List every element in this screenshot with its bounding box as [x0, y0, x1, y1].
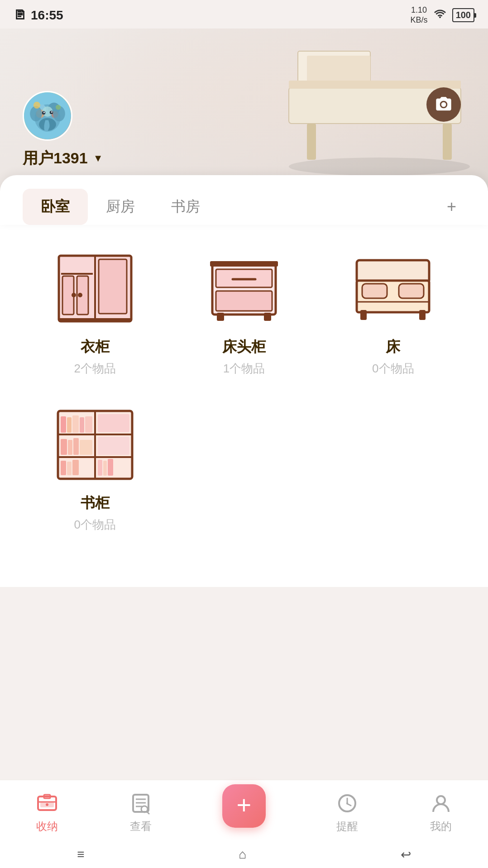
bed-count: 0个物品 — [372, 361, 414, 377]
svg-rect-63 — [72, 460, 79, 475]
nav-view-label: 查看 — [130, 819, 152, 834]
furniture-card-bed[interactable]: 床 0个物品 — [325, 248, 461, 377]
bed-icon — [348, 248, 438, 329]
svg-rect-53 — [80, 417, 84, 433]
svg-rect-60 — [98, 437, 129, 455]
nav-view-icon — [129, 791, 153, 816]
svg-point-82 — [437, 796, 445, 804]
nav-item-view[interactable]: 查看 — [129, 791, 153, 834]
status-icons: 1.10 KB/s 100 — [411, 5, 474, 25]
svg-rect-2 — [307, 56, 370, 83]
user-name-row[interactable]: 用户1391 ▼ — [23, 148, 103, 169]
content-area: 衣柜 2个物品 — [0, 225, 488, 587]
furniture-grid-row2: 书柜 0个物品 — [27, 404, 461, 533]
svg-rect-66 — [108, 459, 113, 476]
svg-rect-55 — [98, 414, 129, 432]
dropdown-arrow-icon: ▼ — [93, 153, 103, 164]
furniture-card-bookshelf[interactable]: 书柜 0个物品 — [27, 404, 163, 533]
sys-menu-button[interactable]: ≡ — [77, 847, 84, 862]
bottom-nav: 收纳 查看 + 提醒 — [0, 780, 488, 841]
svg-point-22 — [56, 105, 61, 110]
svg-rect-54 — [85, 416, 92, 433]
svg-point-6 — [289, 157, 470, 176]
svg-point-71 — [46, 803, 48, 806]
notification-icon: 🖹 — [14, 8, 26, 23]
svg-rect-3 — [289, 81, 461, 89]
svg-rect-42 — [399, 284, 424, 298]
svg-rect-35 — [216, 291, 272, 311]
user-area: 用户1391 ▼ — [23, 91, 103, 169]
wardrobe-count: 2个物品 — [74, 361, 115, 377]
nav-item-mine[interactable]: 我的 — [429, 791, 453, 834]
user-name: 用户1391 — [23, 148, 88, 169]
svg-rect-5 — [443, 124, 452, 160]
svg-rect-62 — [67, 462, 72, 475]
tab-bedroom[interactable]: 卧室 — [23, 189, 88, 225]
svg-rect-50 — [61, 416, 66, 433]
svg-point-17 — [43, 112, 45, 113]
battery-indicator: 100 — [452, 8, 474, 22]
nav-add-button[interactable]: + — [222, 784, 266, 828]
furniture-card-nightstand[interactable]: 床头柜 1个物品 — [176, 248, 311, 377]
svg-rect-61 — [61, 461, 66, 475]
svg-point-30 — [78, 293, 82, 297]
nav-storage-icon — [35, 791, 59, 816]
svg-rect-36 — [217, 313, 224, 321]
svg-rect-59 — [80, 440, 92, 455]
nightstand-count: 1个物品 — [223, 361, 265, 377]
svg-rect-38 — [210, 261, 278, 267]
bookshelf-name: 书柜 — [81, 493, 110, 513]
tab-add-button[interactable]: + — [438, 193, 465, 221]
wardrobe-icon — [50, 248, 140, 329]
nav-mine-icon — [429, 791, 453, 816]
svg-rect-65 — [103, 461, 107, 476]
tabs: 卧室 厨房 书房 + — [23, 175, 465, 225]
hero-area: 用户1391 ▼ — [0, 29, 488, 191]
svg-point-81 — [346, 802, 348, 804]
svg-rect-44 — [419, 310, 426, 320]
nav-item-reminder[interactable]: 提醒 — [335, 791, 359, 834]
network-speed: 1.10 KB/s — [411, 5, 428, 25]
svg-point-21 — [33, 102, 40, 109]
svg-point-29 — [72, 293, 76, 297]
svg-rect-41 — [362, 284, 387, 298]
svg-rect-31 — [59, 318, 131, 322]
bookshelf-icon — [50, 404, 140, 485]
tab-study[interactable]: 书房 — [153, 189, 218, 225]
nightstand-name: 床头柜 — [222, 337, 266, 357]
nav-reminder-label: 提醒 — [336, 819, 358, 834]
svg-rect-43 — [360, 310, 367, 320]
svg-rect-51 — [67, 417, 72, 433]
nav-add-icon: + — [237, 792, 252, 818]
svg-rect-52 — [72, 415, 79, 433]
tab-section: 卧室 厨房 书房 + — [0, 175, 488, 225]
bed-name: 床 — [386, 337, 400, 357]
camera-button[interactable] — [426, 87, 461, 122]
furniture-card-wardrobe[interactable]: 衣柜 2个物品 — [27, 248, 163, 377]
nav-item-storage[interactable]: 收纳 — [35, 791, 59, 834]
tab-kitchen[interactable]: 厨房 — [88, 189, 153, 225]
sys-back-button[interactable]: ↩ — [401, 847, 411, 862]
status-time: 🖹 16:55 — [14, 8, 63, 23]
svg-rect-56 — [61, 439, 67, 455]
avatar[interactable] — [23, 91, 72, 141]
wifi-icon — [433, 8, 447, 23]
wardrobe-name: 衣柜 — [81, 337, 110, 357]
nav-storage-label: 收纳 — [36, 819, 58, 834]
svg-rect-37 — [264, 313, 271, 321]
furniture-grid-row1: 衣柜 2个物品 — [27, 248, 461, 377]
sys-nav: ≡ ⌂ ↩ — [0, 841, 488, 868]
nav-mine-label: 我的 — [430, 819, 452, 834]
nav-reminder-icon — [335, 791, 359, 816]
sys-home-button[interactable]: ⌂ — [239, 847, 246, 862]
svg-rect-58 — [73, 438, 79, 455]
svg-point-18 — [51, 111, 53, 113]
bookshelf-count: 0个物品 — [74, 517, 115, 533]
svg-rect-4 — [307, 124, 316, 160]
svg-rect-25 — [61, 273, 93, 275]
status-bar: 🖹 16:55 1.10 KB/s 100 — [0, 0, 488, 29]
nightstand-icon — [199, 248, 289, 329]
svg-rect-64 — [98, 460, 102, 476]
svg-rect-57 — [68, 440, 72, 455]
svg-rect-28 — [99, 259, 127, 314]
